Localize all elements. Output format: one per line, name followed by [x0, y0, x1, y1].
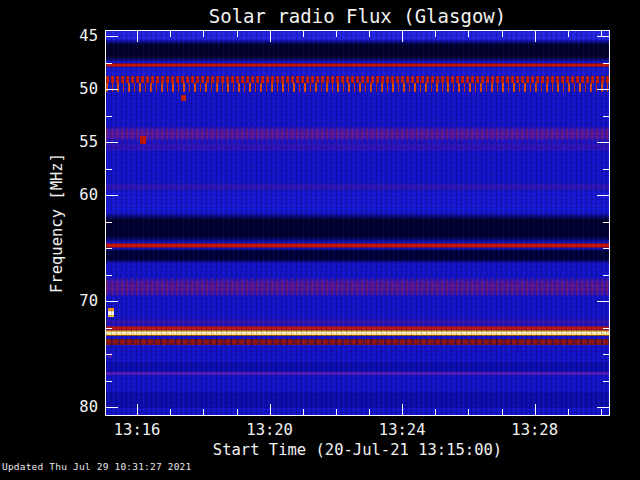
- axis-tick: [336, 31, 337, 37]
- y-tick-label: 70: [58, 293, 98, 309]
- band-dark-quiet-65.7MHz: [106, 248, 609, 263]
- axis-tick: [603, 381, 609, 382]
- axis-tick: [535, 31, 536, 42]
- axis-tick: [568, 409, 569, 415]
- band-rfi-76.8MHz-thin-line: [106, 372, 609, 375]
- axis-tick: [468, 31, 469, 37]
- band-brighter-blue-60MHz: [106, 191, 609, 213]
- x-axis-label: Start Time (20-Jul-21 13:15:00): [105, 441, 610, 459]
- band-rfi-49MHz-dashed-row: [106, 76, 609, 83]
- axis-tick: [106, 275, 112, 276]
- band-rfi-54MHz-purple: [106, 127, 609, 141]
- axis-tick: [402, 31, 403, 42]
- axis-tick: [170, 31, 171, 37]
- y-tick-label: 50: [58, 81, 98, 97]
- axis-tick: [468, 409, 469, 415]
- axis-tick: [603, 354, 609, 355]
- axis-tick: [603, 275, 609, 276]
- x-tick-label: 13:28: [500, 421, 570, 439]
- band-rfi-72MHz-faint: [106, 318, 609, 326]
- axis-tick: [203, 409, 204, 415]
- x-tick-label: 13:20: [235, 421, 305, 439]
- axis-tick: [597, 142, 609, 143]
- axis-tick: [568, 31, 569, 37]
- updated-timestamp: Updated Thu Jul 29 10:31:27 2021: [2, 461, 191, 472]
- event-bright-point-71MHz: [108, 308, 114, 318]
- band-darker-76MHz: [106, 362, 609, 372]
- event-red-burst-50.8MHz: [181, 95, 186, 100]
- axis-tick: [435, 31, 436, 37]
- axis-tick: [502, 409, 503, 415]
- axis-tick: [603, 248, 609, 249]
- spectrogram-plot: [105, 30, 610, 416]
- axis-tick: [369, 31, 370, 37]
- band-dark-quiet-63MHz: [106, 213, 609, 243]
- axis-tick: [106, 381, 112, 382]
- axis-tick: [106, 169, 112, 170]
- axis-tick: [106, 63, 112, 64]
- axis-tick: [535, 404, 536, 415]
- x-tick-label: 13:24: [367, 421, 437, 439]
- band-rfi-47.8MHz-red-line: [106, 63, 609, 67]
- axis-tick: [270, 31, 271, 42]
- axis-tick: [106, 36, 118, 37]
- axis-tick: [106, 248, 112, 249]
- axis-tick: [597, 195, 609, 196]
- axis-tick: [137, 404, 138, 415]
- axis-tick: [336, 409, 337, 415]
- band-rfi-68.7MHz-purple: [106, 278, 609, 297]
- axis-tick: [106, 116, 112, 117]
- band-rfi-73MHz-saturated-yellow: [106, 330, 609, 336]
- axis-tick: [106, 301, 118, 302]
- axis-tick: [303, 409, 304, 415]
- axis-tick: [106, 195, 118, 196]
- spectrogram-window: Solar radio Flux (Glasgow) Frequency [MH…: [0, 0, 640, 480]
- event-red-burst-54.9MHz: [140, 136, 146, 143]
- axis-tick: [203, 31, 204, 37]
- axis-tick: [597, 36, 609, 37]
- axis-tick: [137, 31, 138, 42]
- axis-tick: [106, 354, 112, 355]
- axis-tick: [603, 222, 609, 223]
- axis-tick: [237, 409, 238, 415]
- axis-tick: [603, 169, 609, 170]
- y-tick-label: 45: [58, 28, 98, 44]
- chart-title: Solar radio Flux (Glasgow): [105, 5, 610, 27]
- band-rfi-55.5MHz-faint: [106, 141, 609, 152]
- axis-tick: [601, 409, 602, 415]
- y-tick-label: 60: [58, 187, 98, 203]
- band-rfi-73.8MHz-darkred: [106, 339, 609, 345]
- y-axis-label: Frequency [MHz]: [48, 153, 66, 293]
- band-dark-quiet-46MHz: [106, 40, 609, 62]
- band-blue-48.4MHz: [106, 68, 609, 76]
- axis-tick: [603, 116, 609, 117]
- band-bright-blue-top: [106, 31, 609, 41]
- axis-tick: [270, 404, 271, 415]
- axis-tick: [597, 301, 609, 302]
- axis-tick: [435, 409, 436, 415]
- y-tick-label: 80: [58, 399, 98, 415]
- axis-tick: [303, 31, 304, 37]
- axis-tick: [369, 409, 370, 415]
- axis-tick: [106, 142, 118, 143]
- axis-tick: [106, 328, 112, 329]
- axis-tick: [502, 31, 503, 37]
- band-darker-79MHz: [106, 392, 609, 407]
- axis-tick: [603, 63, 609, 64]
- band-rfi-59MHz-faint: [106, 183, 609, 191]
- band-rfi-50MHz-sparse-dashes: [106, 83, 609, 92]
- x-tick-label: 13:16: [102, 421, 172, 439]
- axis-tick: [237, 31, 238, 37]
- axis-tick: [106, 407, 118, 408]
- axis-tick: [597, 89, 609, 90]
- axis-tick: [603, 328, 609, 329]
- y-tick-label: 55: [58, 134, 98, 150]
- axis-tick: [402, 404, 403, 415]
- axis-tick: [597, 407, 609, 408]
- axis-tick: [170, 409, 171, 415]
- axis-tick: [106, 222, 112, 223]
- axis-tick: [106, 89, 118, 90]
